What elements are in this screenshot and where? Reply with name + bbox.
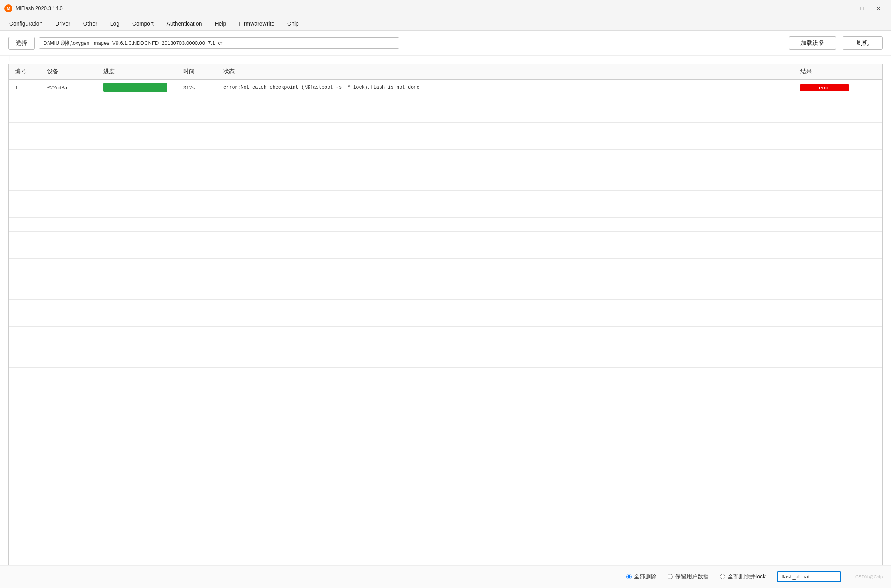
close-button[interactable]: ✕ xyxy=(871,2,887,14)
table-body: 1 £22cd3a 312s error:Not catch checkpoin… xyxy=(9,80,882,565)
table-row xyxy=(9,218,882,232)
table-row xyxy=(9,313,882,327)
table-row xyxy=(9,123,882,136)
path-input[interactable] xyxy=(39,37,399,49)
cell-time: 312s xyxy=(181,83,221,92)
flash-button[interactable]: 刷机 xyxy=(843,36,883,50)
load-device-button[interactable]: 加载设备 xyxy=(789,36,836,50)
footer: 全部删除 保留用户数据 全部删除并lock CSDN @Chip xyxy=(0,565,891,588)
table-row xyxy=(9,354,882,368)
window-title: MiFlash 2020.3.14.0 xyxy=(16,5,837,11)
col-header-progress: 进度 xyxy=(101,66,181,77)
cell-progress xyxy=(101,81,181,93)
col-header-time: 时间 xyxy=(181,66,221,77)
menu-configuration[interactable]: Configuration xyxy=(4,19,48,28)
watermark-text: CSDN @Chip xyxy=(855,574,883,579)
menu-help[interactable]: Help xyxy=(209,19,232,28)
device-table: 编号 设备 进度 时间 状态 结果 1 £22cd3a 312s error:N… xyxy=(8,64,883,565)
table-row xyxy=(9,136,882,150)
col-header-device: 设备 xyxy=(45,66,101,77)
table-row xyxy=(9,95,882,109)
cell-status: error:Not catch checkpoint (\$fastboot -… xyxy=(221,83,798,92)
menu-firmwarewrite[interactable]: Firmwarewrite xyxy=(233,19,280,28)
table-row xyxy=(9,340,882,354)
menu-driver[interactable]: Driver xyxy=(50,19,76,28)
radio-delete-lock[interactable] xyxy=(720,574,725,579)
col-header-status: 状态 xyxy=(221,66,798,77)
menu-log[interactable]: Log xyxy=(105,19,125,28)
cell-id: 1 xyxy=(13,83,45,92)
table-row xyxy=(9,286,882,300)
table-header: 编号 设备 进度 时间 状态 结果 xyxy=(9,64,882,80)
table-row xyxy=(9,191,882,204)
table-row xyxy=(9,163,882,177)
table-row xyxy=(9,204,882,218)
radio-delete-all[interactable] xyxy=(626,574,632,579)
option-delete-all-label: 全部删除 xyxy=(634,573,656,580)
progress-bar-fill xyxy=(103,83,167,92)
title-bar: M MiFlash 2020.3.14.0 — □ ✕ xyxy=(0,0,891,16)
table-row xyxy=(9,177,882,191)
menu-chip[interactable]: Chip xyxy=(282,19,304,28)
option-delete-lock[interactable]: 全部删除并lock xyxy=(720,573,766,580)
col-header-result: 结果 xyxy=(798,66,878,77)
window-controls: — □ ✕ xyxy=(837,2,887,14)
right-buttons: 加载设备 刷机 xyxy=(789,36,883,50)
flash-script-input[interactable] xyxy=(777,571,841,582)
cell-device: £22cd3a xyxy=(45,83,101,92)
table-row xyxy=(9,259,882,272)
table-row xyxy=(9,109,882,123)
minimize-button[interactable]: — xyxy=(837,2,853,14)
toolbar: 选择 加载设备 刷机 xyxy=(0,31,891,56)
select-button[interactable]: 选择 xyxy=(8,37,35,50)
menu-authentication[interactable]: Authentication xyxy=(161,19,208,28)
menu-comport[interactable]: Comport xyxy=(127,19,159,28)
radio-keep-data[interactable] xyxy=(668,574,673,579)
table-row xyxy=(9,368,882,381)
cell-result: error xyxy=(798,82,878,93)
table-row: 1 £22cd3a 312s error:Not catch checkpoin… xyxy=(9,80,882,95)
menu-other[interactable]: Other xyxy=(78,19,103,28)
col-header-id: 编号 xyxy=(13,66,45,77)
table-row xyxy=(9,327,882,340)
result-badge: error xyxy=(800,84,849,91)
option-delete-lock-label: 全部删除并lock xyxy=(728,573,766,580)
progress-indicator: | xyxy=(0,56,891,64)
table-row xyxy=(9,150,882,163)
table-row xyxy=(9,232,882,245)
main-window: M MiFlash 2020.3.14.0 — □ ✕ Configuratio… xyxy=(0,0,891,588)
maximize-button[interactable]: □ xyxy=(854,2,870,14)
table-row xyxy=(9,272,882,286)
menu-bar: Configuration Driver Other Log Comport A… xyxy=(0,16,891,31)
table-row xyxy=(9,245,882,259)
app-icon: M xyxy=(4,4,12,12)
option-keep-data[interactable]: 保留用户数据 xyxy=(668,573,709,580)
table-row xyxy=(9,300,882,313)
option-keep-data-label: 保留用户数据 xyxy=(675,573,709,580)
option-delete-all[interactable]: 全部删除 xyxy=(626,573,656,580)
